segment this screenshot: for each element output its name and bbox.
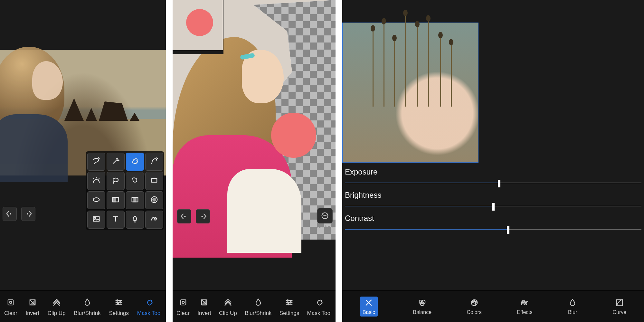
colors-icon (469, 298, 479, 308)
toolbar-label: Clear (4, 310, 17, 317)
tool-swirl[interactable] (145, 211, 163, 229)
svg-point-18 (118, 303, 119, 305)
undo-button[interactable] (177, 209, 191, 223)
basic-icon (364, 298, 374, 308)
toolbar-label: Settings (109, 310, 128, 317)
tool-sparkle-brush[interactable] (145, 153, 163, 171)
toolbar-effects[interactable]: FxEffects (517, 298, 533, 315)
toolbar-clip-up[interactable]: Clip Up (48, 297, 66, 317)
svg-text:Fx: Fx (521, 299, 527, 305)
gradient-horizontal-icon (111, 195, 120, 205)
toolbar-settings[interactable]: Settings (109, 297, 128, 317)
slider-thumb[interactable] (498, 180, 500, 187)
magic-wand-icon (111, 156, 120, 167)
toolbar-mask-tool[interactable]: Mask Tool (307, 297, 332, 317)
svg-rect-8 (134, 197, 136, 202)
brush-cursor (271, 113, 316, 158)
tool-gradient-mirror[interactable] (126, 191, 144, 209)
tool-spade[interactable] (126, 211, 144, 229)
slider-track[interactable] (345, 180, 641, 186)
slider-track[interactable] (345, 203, 641, 209)
tool-magic-wand[interactable] (107, 153, 125, 171)
toolbar-blur[interactable]: Blur (568, 298, 577, 315)
adjustment-sliders: Exposure Brightness Contrast (345, 167, 641, 237)
preview-minimap[interactable] (173, 0, 223, 54)
tool-text[interactable] (107, 211, 125, 229)
radial-gradient-icon (150, 195, 159, 205)
toolbar-curve[interactable]: Curve (613, 298, 627, 315)
toolbar-invert[interactable]: Invert (25, 297, 39, 317)
toolbar-invert[interactable]: Invert (197, 297, 211, 317)
toolbar-label: Blur (568, 309, 577, 315)
tool-brush[interactable] (126, 153, 144, 171)
balance-icon (417, 298, 427, 308)
svg-point-34 (475, 301, 476, 302)
svg-point-10 (153, 198, 156, 201)
tool-sun-arc[interactable] (87, 172, 105, 190)
toolbar-label: Effects (517, 309, 533, 315)
toolbar-label: Mask Tool (137, 310, 162, 317)
invert-icon (198, 297, 210, 308)
bottom-toolbar: ClearInvertClip UpBlur/ShrinkSettingsMas… (0, 290, 166, 322)
settings-icon (283, 297, 295, 308)
toolbar-balance[interactable]: Balance (413, 298, 431, 315)
svg-point-25 (287, 299, 289, 301)
bottom-toolbar: ClearInvertClip UpBlur/ShrinkSettingsMas… (173, 290, 336, 322)
svg-point-1 (27, 213, 28, 215)
slider-label: Exposure (345, 167, 641, 176)
effects-icon: Fx (520, 298, 529, 308)
brush-icon (130, 156, 139, 167)
screenshot-adjustments: Exposure Brightness Contrast BasicBalanc… (342, 0, 644, 322)
tool-freeform[interactable] (126, 172, 144, 190)
slider-thumb[interactable] (507, 226, 509, 234)
svg-rect-22 (180, 299, 185, 305)
toolbar-settings[interactable]: Settings (279, 297, 299, 317)
curve-icon (615, 298, 624, 308)
girl-overlay (0, 47, 77, 177)
redo-button[interactable] (196, 209, 210, 223)
slider-exposure: Exposure (345, 167, 641, 186)
history-controls (3, 207, 35, 221)
svg-point-33 (474, 300, 475, 301)
screenshot-mask-erase: Restore ClearInvertClip UpBlur/ShrinkSet… (173, 0, 336, 322)
toolbar-label: Balance (413, 309, 431, 315)
svg-point-20 (201, 216, 203, 217)
mask-tool-icon (144, 297, 155, 308)
slider-thumb[interactable] (492, 203, 495, 211)
toolbar-clear[interactable]: Clear (176, 297, 190, 317)
slider-track[interactable] (345, 226, 641, 232)
tool-ellipse[interactable] (87, 191, 105, 209)
tool-lasso[interactable] (107, 172, 125, 190)
toolbar-blur-shrink[interactable]: Blur/Shrink (245, 297, 271, 317)
settings-icon (113, 297, 125, 308)
tool-gradient-horizontal[interactable] (107, 191, 125, 209)
tool-magic-lasso[interactable] (87, 153, 105, 171)
toolbar-basic[interactable]: Basic (360, 297, 378, 317)
mask-tool-icon (314, 297, 325, 308)
clip-up-icon (51, 297, 62, 308)
history-controls (177, 209, 210, 223)
slider-label: Contrast (345, 214, 641, 223)
toolbar-colors[interactable]: Colors (467, 298, 481, 315)
svg-point-2 (113, 178, 118, 182)
undo-button[interactable] (3, 207, 17, 221)
tool-radial-gradient[interactable] (145, 191, 163, 209)
redo-button[interactable] (21, 207, 35, 221)
freeform-icon (130, 176, 139, 186)
toolbar-blur-shrink[interactable]: Blur/Shrink (74, 297, 100, 317)
toolbar-clip-up[interactable]: Clip Up (219, 297, 237, 317)
restore-button[interactable]: Restore (317, 208, 333, 229)
toolbar-mask-tool[interactable]: Mask Tool (137, 297, 162, 317)
toolbar-label: Clear (176, 310, 190, 317)
lasso-icon (111, 176, 120, 186)
svg-point-32 (472, 301, 473, 302)
text-icon (111, 214, 120, 225)
toolbar-label: Curve (613, 309, 627, 315)
toolbar-clear[interactable]: Clear (4, 297, 17, 317)
sun-arc-icon (92, 176, 101, 186)
tool-landscape[interactable] (87, 211, 105, 229)
svg-point-12 (95, 217, 96, 218)
tool-rectangle[interactable] (145, 172, 163, 190)
toolbar-label: Settings (279, 310, 299, 317)
image-canvas[interactable] (342, 23, 478, 163)
